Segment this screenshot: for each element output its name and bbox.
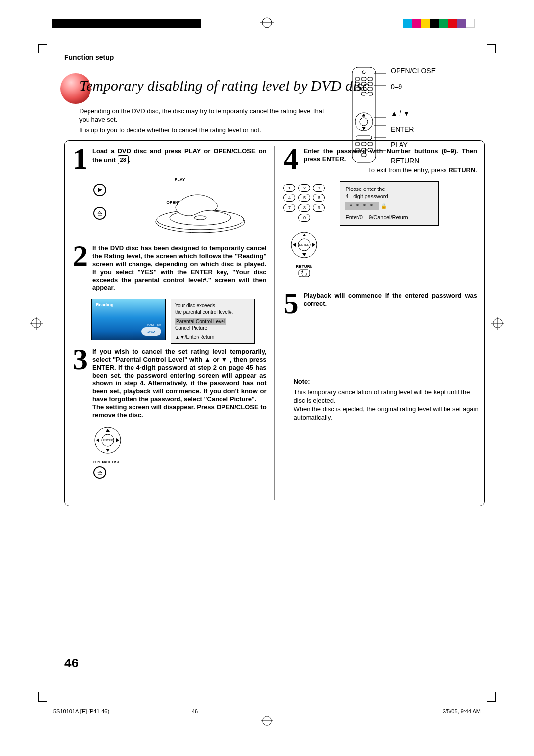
- registration-blackbar: [52, 19, 201, 28]
- lock-icon: 🔒: [381, 202, 387, 210]
- step-3-icons: ENTER OPEN/CLOSE: [93, 426, 267, 479]
- svg-rect-17: [355, 82, 360, 86]
- svg-marker-57: [98, 471, 102, 473]
- svg-rect-19: [368, 82, 373, 86]
- play-label: PLAY: [93, 177, 267, 182]
- steps-panel: 1 Load a DVD disc and press PLAY or OPEN…: [64, 140, 485, 506]
- svg-rect-66: [299, 270, 310, 277]
- column-divider: [274, 146, 275, 500]
- enter-nav-icon-2: ENTER: [290, 231, 318, 259]
- footer-file-id: 5S10101A [E] (P41-46): [53, 709, 109, 714]
- note-line2: When the disc is ejected, the original r…: [293, 405, 482, 422]
- step-3-text: If you wish to cancel the set rating lev…: [92, 348, 267, 419]
- registration-mark-left: [30, 317, 43, 330]
- step-4-text: Enter the password with Number buttons (…: [303, 147, 477, 174]
- page-ref-28: 28: [118, 155, 129, 164]
- return-icon: [298, 269, 310, 278]
- svg-rect-15: [361, 77, 366, 81]
- svg-marker-28: [362, 127, 365, 130]
- crop-mark-tr: [487, 44, 496, 53]
- pw-line2: 4 - digit password: [345, 193, 433, 200]
- svg-marker-53: [106, 429, 110, 432]
- openclose-small-icon: [93, 466, 106, 479]
- number-keypad-icon: 1234567890: [283, 184, 325, 222]
- svg-rect-23: [361, 92, 366, 95]
- osd-exceeds-line2: the parental control level#.: [175, 309, 250, 315]
- svg-rect-16: [368, 77, 373, 81]
- section-header: Function setup: [64, 53, 485, 61]
- svg-marker-27: [362, 114, 365, 116]
- step-4-graphics: 1234567890 ENTER RETURN: [283, 181, 477, 278]
- svg-marker-65: [312, 243, 315, 247]
- svg-marker-67: [301, 270, 303, 272]
- svg-marker-43: [98, 188, 102, 192]
- remote-label-updown: ▲ / ▼: [391, 109, 436, 118]
- crop-mark-bl: [38, 692, 47, 702]
- note-line1: This temporary cancellation of rating le…: [293, 388, 482, 405]
- svg-rect-14: [355, 77, 360, 81]
- svg-marker-63: [302, 253, 306, 256]
- osd-reading-label: Reading: [96, 302, 114, 307]
- svg-text:ENTER: ENTER: [103, 439, 113, 442]
- remote-label-openclose: OPEN/CLOSE: [391, 66, 436, 75]
- remote-label-enter: ENTER: [391, 125, 436, 134]
- svg-marker-54: [106, 449, 110, 452]
- intro-paragraph-2: It is up to you to decide whether to can…: [79, 126, 336, 134]
- osd-option-cancel: Cancel Picture: [175, 325, 250, 331]
- footer: 5S10101A [E] (P41-46) 46 2/5/05, 9:44 AM: [53, 709, 481, 714]
- step-number-4: 4: [282, 147, 299, 170]
- step-number-1: 1: [72, 147, 89, 170]
- pw-stars: ＊＊＊＊: [345, 202, 379, 210]
- disc-tray-illustration: [141, 187, 250, 236]
- openclose-small-label: OPEN/CLOSE: [93, 460, 122, 464]
- step-number-3: 3: [72, 348, 89, 371]
- note-block: Note: This temporary cancellation of rat…: [293, 378, 482, 422]
- play-icon: [93, 184, 106, 196]
- pw-line1: Please enter the: [345, 186, 433, 193]
- step-number-2: 2: [72, 244, 89, 267]
- pw-hint: Enter/0 – 9/Cancel/Return: [345, 214, 433, 221]
- enter-nav-icon: ENTER: [93, 426, 122, 455]
- page-title: Temporary disabling of rating level by D…: [79, 77, 369, 94]
- footer-date: 2/5/05, 9:44 AM: [443, 709, 481, 714]
- remote-label-digits: 0–9: [391, 82, 436, 91]
- svg-point-26: [360, 118, 368, 126]
- footer-page: 46: [192, 709, 198, 714]
- osd-option-parental: Parental Control Level: [175, 318, 226, 325]
- osd-reading-screen: Reading TOSHIBA DVD: [91, 299, 166, 340]
- step-5-text: Playback will commence if the entered pa…: [303, 292, 477, 308]
- step-number-5: 5: [282, 292, 299, 315]
- osd-exceeds-line1: Your disc exceeds: [175, 302, 250, 309]
- step-2-osd-row: Reading TOSHIBA DVD Your disc exceeds th…: [91, 299, 267, 344]
- osd-nav-hint: ▲▼/Enter/Return: [175, 334, 250, 340]
- svg-rect-20: [355, 87, 360, 91]
- svg-point-13: [362, 71, 365, 74]
- crop-mark-tl: [38, 44, 47, 53]
- crop-mark-br: [487, 692, 496, 702]
- svg-marker-55: [96, 438, 99, 442]
- svg-marker-44: [98, 211, 102, 214]
- registration-color-swatches: [403, 19, 475, 28]
- step-1-text: Load a DVD disc and press PLAY or OPEN/C…: [92, 147, 267, 164]
- openclose-icon: [93, 207, 106, 220]
- svg-marker-56: [116, 438, 119, 442]
- password-entry-screen: Please enter the 4 - digit password ＊＊＊＊…: [340, 181, 439, 226]
- svg-rect-29: [356, 136, 372, 140]
- registration-mark-top: [260, 16, 274, 30]
- svg-text:ENTER: ENTER: [299, 243, 310, 246]
- osd-toshiba-mark: TOSHIBA: [146, 323, 161, 326]
- registration-top: [0, 16, 534, 36]
- registration-mark-bottom: [261, 714, 273, 727]
- note-heading: Note:: [293, 378, 482, 386]
- page-number: 46: [64, 656, 79, 671]
- svg-rect-21: [361, 87, 366, 91]
- step-2-text: If the DVD disc has been designed to tem…: [92, 244, 267, 292]
- registration-mark-right: [491, 317, 504, 330]
- svg-marker-62: [302, 234, 306, 236]
- osd-exceeds-screen: Your disc exceeds the parental control l…: [171, 299, 255, 344]
- osd-dvd-logo: DVD: [141, 327, 161, 336]
- svg-rect-24: [368, 92, 373, 95]
- svg-rect-22: [368, 87, 373, 91]
- svg-rect-18: [361, 82, 366, 86]
- return-small-label: RETURN: [296, 264, 313, 269]
